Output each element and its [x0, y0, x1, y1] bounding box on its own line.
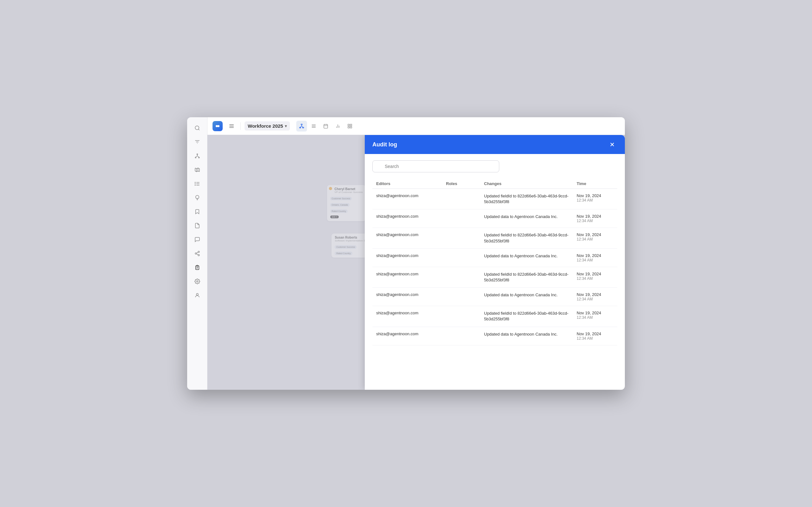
svg-rect-50 — [351, 126, 352, 128]
svg-point-24 — [196, 281, 198, 282]
table-row: shiza@agentnoon.com Updated data to Agen… — [372, 210, 617, 228]
view-chart-button[interactable] — [333, 121, 343, 131]
view-org-button[interactable] — [296, 121, 307, 131]
table-row: shiza@agentnoon.com Updated fieldId to 8… — [372, 189, 617, 210]
svg-point-5 — [195, 157, 196, 158]
col-header-time: Time — [573, 179, 617, 189]
workspace-title-button[interactable]: Workforce 2025 ▾ — [245, 121, 290, 130]
svg-line-9 — [197, 156, 199, 157]
cell-roles-7 — [442, 327, 480, 345]
table-row: shiza@agentnoon.com Updated fieldId to 8… — [372, 228, 617, 248]
cell-roles-6 — [442, 306, 480, 327]
view-calendar-button[interactable] — [320, 121, 331, 131]
cell-roles-3 — [442, 248, 480, 267]
cell-time-3: Nov 19, 2024 12:34 AM — [573, 248, 617, 267]
cell-time-4: Nov 19, 2024 12:34 AM — [573, 267, 617, 287]
cell-changes-3: Updated data to Agentnoon Canada Inc. — [480, 248, 573, 267]
menu-button[interactable] — [226, 121, 237, 131]
audit-title: Audit log — [372, 141, 397, 148]
table-row: shiza@agentnoon.com Updated data to Agen… — [372, 288, 617, 306]
cell-time-5: Nov 19, 2024 12:34 AM — [573, 288, 617, 306]
cell-changes-2: Updated fieldId to 822d66e6-30ab-463d-9c… — [480, 228, 573, 248]
cell-time-1: Nov 19, 2024 12:34 AM — [573, 210, 617, 228]
svg-line-19 — [196, 254, 198, 255]
svg-line-8 — [195, 156, 197, 157]
svg-point-4 — [197, 154, 198, 155]
workspace-title: Workforce 2025 — [248, 123, 283, 129]
svg-rect-31 — [301, 124, 302, 125]
sidebar-icon-bookmark[interactable] — [192, 206, 203, 217]
cell-editor-5: shiza@agentnoon.com — [372, 288, 442, 306]
table-header-row: Editors Roles Changes Time — [372, 179, 617, 189]
audit-panel: Audit log — [365, 135, 625, 390]
sidebar-icon-comment[interactable] — [192, 234, 203, 245]
svg-point-27 — [217, 125, 219, 127]
cell-roles-1 — [442, 210, 480, 228]
view-switcher — [296, 121, 355, 131]
cell-time-0: Nov 19, 2024 12:34 AM — [573, 189, 617, 210]
cell-roles-0 — [442, 189, 480, 210]
svg-rect-48 — [351, 124, 352, 126]
table-row: shiza@agentnoon.com Updated fieldId to 8… — [372, 306, 617, 327]
cell-changes-0: Updated fieldId to 822d66e6-30ab-463d-9c… — [480, 189, 573, 210]
sidebar-icon-log[interactable] — [192, 262, 203, 273]
svg-point-18 — [198, 255, 200, 256]
cell-changes-1: Updated data to Agentnoon Canada Inc. — [480, 210, 573, 228]
app-logo — [212, 121, 223, 131]
view-grid-button[interactable] — [345, 121, 355, 131]
sidebar-icon-share[interactable] — [192, 248, 203, 259]
sidebar-icon-settings[interactable] — [192, 276, 203, 287]
view-list-button[interactable] — [308, 121, 319, 131]
svg-point-14 — [195, 183, 195, 184]
cell-editor-4: shiza@agentnoon.com — [372, 267, 442, 287]
sidebar-icon-filter[interactable] — [192, 136, 203, 148]
svg-rect-49 — [348, 126, 350, 128]
cell-editor-7: shiza@agentnoon.com — [372, 327, 442, 345]
org-chart-area: Meggy Jones CEO Management Ontario, Cana… — [207, 135, 625, 390]
cell-roles-4 — [442, 267, 480, 287]
svg-point-15 — [195, 185, 195, 186]
cell-editor-1: shiza@agentnoon.com — [372, 210, 442, 228]
col-header-changes: Changes — [480, 179, 573, 189]
table-row: shiza@agentnoon.com Updated data to Agen… — [372, 248, 617, 267]
sidebar — [187, 117, 207, 390]
cell-changes-6: Updated fieldId to 822d66e6-30ab-463d-9c… — [480, 306, 573, 327]
cell-editor-2: shiza@agentnoon.com — [372, 228, 442, 248]
toolbar: Workforce 2025 ▾ — [207, 117, 625, 135]
sidebar-icon-map[interactable] — [192, 164, 203, 176]
table-row: shiza@agentnoon.com Updated fieldId to 8… — [372, 267, 617, 287]
cell-changes-5: Updated data to Agentnoon Canada Inc. — [480, 288, 573, 306]
chevron-down-icon: ▾ — [285, 124, 287, 128]
svg-line-20 — [196, 252, 198, 253]
audit-header: Audit log — [365, 135, 625, 154]
audit-search-wrap — [372, 160, 617, 172]
cell-editor-0: shiza@agentnoon.com — [372, 189, 442, 210]
sidebar-icon-nodes[interactable] — [192, 150, 203, 162]
sidebar-icon-doc[interactable] — [192, 220, 203, 231]
table-row: shiza@agentnoon.com Updated data to Agen… — [372, 327, 617, 345]
svg-rect-21 — [196, 265, 198, 266]
svg-rect-40 — [324, 124, 328, 128]
cell-changes-4: Updated fieldId to 822d66e6-30ab-463d-9c… — [480, 267, 573, 287]
svg-rect-47 — [348, 124, 350, 126]
cell-time-7: Nov 19, 2024 12:34 AM — [573, 327, 617, 345]
cell-editor-6: shiza@agentnoon.com — [372, 306, 442, 327]
cell-time-2: Nov 19, 2024 12:34 AM — [573, 228, 617, 248]
sidebar-icon-user[interactable] — [192, 290, 203, 301]
audit-search-input[interactable] — [372, 160, 499, 172]
cell-editor-3: shiza@agentnoon.com — [372, 248, 442, 267]
col-header-roles: Roles — [442, 179, 480, 189]
svg-point-6 — [198, 157, 199, 158]
cell-changes-7: Updated data to Agentnoon Canada Inc. — [480, 327, 573, 345]
sidebar-icon-list[interactable] — [192, 178, 203, 189]
cell-roles-5 — [442, 288, 480, 306]
svg-point-0 — [195, 126, 199, 130]
svg-point-16 — [198, 251, 200, 253]
main-content: Workforce 2025 ▾ — [207, 117, 625, 390]
audit-close-button[interactable] — [607, 139, 617, 150]
sidebar-icon-idea[interactable] — [192, 192, 203, 204]
sidebar-icon-search[interactable] — [192, 122, 203, 134]
svg-point-17 — [195, 253, 197, 255]
app-window: Workforce 2025 ▾ — [187, 117, 625, 390]
svg-point-13 — [195, 182, 195, 183]
